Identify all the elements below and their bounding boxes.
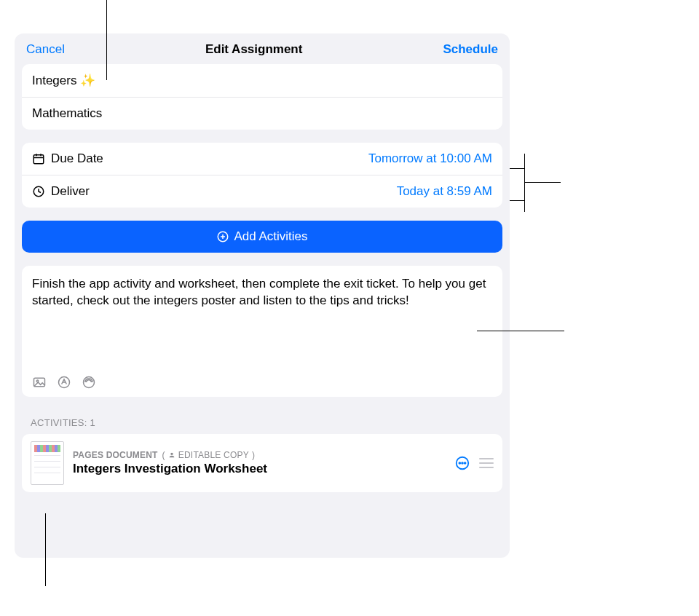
person-icon	[168, 451, 175, 459]
callout-line	[477, 331, 564, 331]
edit-assignment-panel: Cancel Edit Assignment Schedule Integers…	[15, 33, 510, 558]
more-button[interactable]	[454, 455, 470, 471]
svg-point-15	[462, 462, 463, 464]
callout-line	[524, 182, 561, 183]
deliver-value: Today at 8:59 AM	[397, 184, 492, 199]
description-text[interactable]: Finish the app activity and worksheet, t…	[32, 276, 492, 369]
callout-line	[510, 200, 524, 201]
activity-badge: ( EDITABLE COPY)	[162, 450, 255, 460]
calendar-icon	[32, 152, 45, 165]
callout-line	[45, 513, 46, 586]
deliver-row[interactable]: Deliver Today at 8:59 AM	[22, 175, 502, 208]
assignment-name-value: Integers ✨	[32, 73, 95, 88]
plus-circle-icon	[216, 230, 229, 243]
activity-info: PAGES DOCUMENT ( EDITABLE COPY) Integers…	[73, 450, 446, 476]
activity-actions	[454, 455, 494, 471]
photo-icon[interactable]	[32, 375, 47, 390]
class-field[interactable]: Mathematics	[22, 97, 502, 130]
schedule-card: Due Date Tomorrow at 10:00 AM Deliver To…	[22, 143, 502, 208]
svg-point-14	[459, 462, 460, 464]
activity-type: PAGES DOCUMENT	[73, 450, 158, 460]
svg-point-12	[170, 453, 173, 455]
audio-icon[interactable]	[82, 375, 96, 390]
cancel-button[interactable]: Cancel	[26, 42, 65, 57]
description-card: Finish the app activity and worksheet, t…	[22, 266, 502, 397]
schedule-button[interactable]: Schedule	[443, 42, 498, 57]
activity-row[interactable]: PAGES DOCUMENT ( EDITABLE COPY) Integers…	[22, 434, 502, 492]
class-value: Mathematics	[32, 106, 102, 121]
due-date-label: Due Date	[51, 151, 103, 166]
due-date-value: Tomorrow at 10:00 AM	[368, 151, 492, 166]
activity-thumbnail	[31, 441, 64, 485]
nav-bar: Cancel Edit Assignment Schedule	[15, 33, 510, 64]
svg-point-16	[465, 462, 466, 464]
assignment-name-field[interactable]: Integers ✨	[22, 64, 502, 97]
markup-icon[interactable]	[57, 375, 71, 390]
nav-title: Edit Assignment	[205, 42, 303, 57]
ellipsis-circle-icon	[454, 455, 470, 471]
clock-icon	[32, 185, 45, 198]
due-date-row[interactable]: Due Date Tomorrow at 10:00 AM	[22, 143, 502, 175]
svg-rect-0	[33, 155, 44, 164]
title-card: Integers ✨ Mathematics	[22, 64, 502, 130]
callout-line	[510, 168, 524, 169]
callout-line	[106, 0, 107, 80]
attachment-toolbar	[32, 369, 492, 390]
callout-line	[524, 154, 525, 212]
add-activities-button[interactable]: Add Activities	[22, 221, 502, 253]
add-activities-label: Add Activities	[234, 229, 307, 244]
activity-title: Integers Investigation Worksheet	[73, 462, 446, 476]
deliver-label: Deliver	[51, 184, 90, 199]
activities-header: ACTIVITIES: 1	[31, 417, 494, 428]
drag-handle-icon[interactable]	[479, 458, 494, 468]
